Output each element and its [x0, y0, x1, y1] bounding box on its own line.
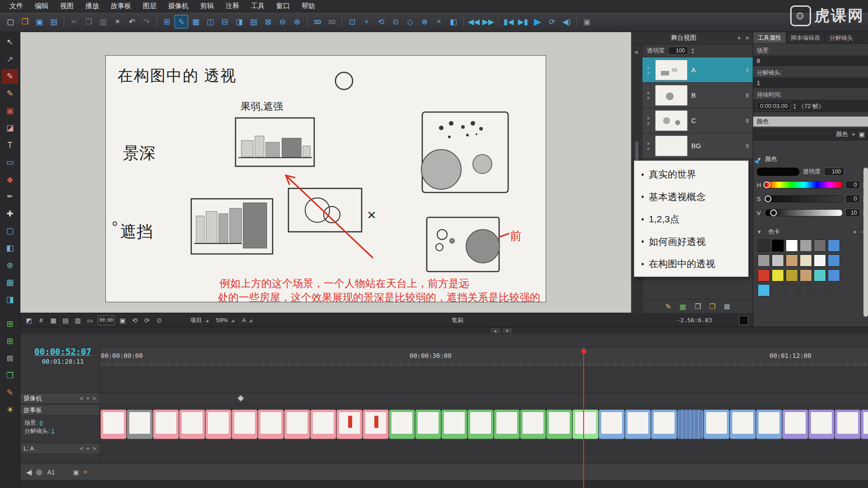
layer-toggle-icon[interactable]: »»	[645, 141, 651, 151]
storyboard-clip-29[interactable]	[835, 409, 861, 439]
storyboard-clip-7[interactable]	[258, 409, 284, 439]
layer-track[interactable]	[99, 443, 868, 455]
pen-tool-icon[interactable]: ✎	[175, 15, 188, 28]
storyboard-clip-10[interactable]	[336, 409, 363, 439]
resize-handle-icon[interactable]: ◢	[249, 318, 252, 323]
menu-item-annotation[interactable]: 注释	[220, 0, 245, 12]
color-pencil-icon[interactable]: ✎	[665, 302, 671, 311]
show-layer-icon[interactable]: »	[645, 116, 651, 121]
color-swatch-6[interactable]	[828, 239, 840, 252]
timecode-overlay-chip[interactable]: 00:00	[98, 315, 115, 325]
hsv-value-S[interactable]: 0	[845, 195, 860, 203]
brush-tool-icon[interactable]: ✎	[2, 69, 18, 84]
hand-tool-icon[interactable]: ✚	[2, 206, 18, 221]
add-view-icon[interactable]: +	[737, 34, 741, 42]
light-table-icon[interactable]: ☀	[2, 403, 18, 417]
stage-canvas[interactable]: 在构图中的 透视 果弱,遮强 景深 遮挡	[20, 32, 632, 313]
scene-value[interactable]: 8	[753, 56, 868, 66]
storyboard-clip-5[interactable]	[205, 409, 231, 439]
show-layer-icon[interactable]: »	[645, 90, 651, 95]
project-label[interactable]: 项目	[190, 316, 202, 324]
storyboard-clip-2[interactable]	[127, 409, 153, 439]
layer-row-BG[interactable]: »»BG∞	[642, 133, 753, 159]
link-icon[interactable]: ∞	[744, 93, 751, 98]
current-timecode[interactable]: 00:00:52:07	[27, 347, 99, 357]
slider-thumb[interactable]	[763, 182, 770, 188]
prev-panel-icon[interactable]: ▮◀	[502, 15, 515, 28]
loop-icon[interactable]: ⟳	[545, 15, 559, 28]
camera-mask-icon[interactable]: ◧	[447, 15, 460, 28]
color-swatch-20[interactable]	[772, 284, 784, 296]
hsv-slider-V[interactable]	[765, 209, 843, 216]
add-color-view-icon[interactable]: +	[852, 131, 855, 138]
color-swatch-12[interactable]	[828, 254, 840, 267]
camera-zoom-icon[interactable]: ⊙	[389, 15, 402, 28]
audio-track[interactable]: ◀) A1 ▣ ≈	[20, 464, 868, 481]
clear-camera-icon[interactable]: ×	[432, 15, 446, 28]
snapshot-icon[interactable]: ▣	[580, 15, 594, 28]
rotate-ccw-icon[interactable]: ⟲	[130, 316, 139, 325]
layer-row-C[interactable]: »»C∞	[642, 108, 753, 133]
reset-rotation-icon[interactable]: ⊙	[155, 316, 164, 325]
storyboard-clip-27[interactable]	[782, 409, 808, 439]
camera-path-icon[interactable]: ◇	[403, 15, 417, 28]
next-layer-icon[interactable]: >	[93, 446, 96, 452]
tab-script-editor[interactable]: 脚本编辑器	[786, 32, 825, 43]
snap-options-icon[interactable]: ◩	[24, 316, 33, 325]
dropper-tool-icon[interactable]: ✒	[2, 189, 18, 204]
menu-item-tools[interactable]: 工具	[245, 0, 270, 12]
speaker-icon[interactable]: ◀)	[26, 469, 31, 476]
menu-item-layer[interactable]: 图层	[137, 0, 162, 12]
dock-icon[interactable]: ▣	[859, 131, 865, 138]
panel-view-icon[interactable]: ◨	[232, 15, 246, 28]
stamp-tool-icon[interactable]: ▣	[2, 103, 18, 118]
playhead[interactable]	[583, 347, 584, 488]
view-label[interactable]: A	[242, 317, 246, 324]
storyboard-clip-11[interactable]	[363, 409, 389, 439]
storyboard-clip-16[interactable]	[494, 409, 520, 439]
pencil-tool-icon[interactable]: ✎	[2, 86, 18, 101]
volume-icon[interactable]: ◀)	[560, 15, 573, 28]
fast-forward-icon[interactable]: ▶▶	[481, 15, 495, 28]
color-group-row[interactable]: ▼ 颜色	[753, 152, 868, 166]
color-swatch-5[interactable]	[814, 239, 826, 252]
resize-handle-icon[interactable]: ◢	[231, 318, 234, 323]
color-swatch-19[interactable]	[758, 284, 770, 296]
delete-layer-icon[interactable]: ⊠	[724, 302, 730, 311]
playhead-handle[interactable]	[581, 349, 586, 354]
2d-view-icon[interactable]: 2D	[325, 15, 339, 28]
storyboard-clip-18[interactable]	[546, 409, 572, 439]
save-icon[interactable]: ▣	[33, 15, 46, 28]
color-swatch-17[interactable]	[814, 269, 826, 282]
camera-transform-icon[interactable]: ⊡	[345, 15, 359, 28]
color-swatch-4[interactable]	[800, 239, 812, 252]
layer-toggle-icon[interactable]: »»	[645, 116, 651, 126]
animate-layer-icon[interactable]: »	[645, 121, 651, 126]
layer-toggle-icon[interactable]: »»	[645, 65, 651, 75]
link-icon[interactable]: ∞	[744, 68, 751, 72]
rename-icon[interactable]: ✎	[2, 385, 18, 400]
delete-icon[interactable]: ×	[111, 15, 124, 28]
camera-rotate-icon[interactable]: ⟲	[374, 15, 388, 28]
camera-track-label[interactable]: 摄像机 < + >	[20, 393, 99, 404]
color-swatch-23[interactable]	[814, 284, 826, 296]
storyboard-clip-17[interactable]	[520, 409, 546, 439]
field-guide-icon[interactable]: ▭	[85, 316, 94, 325]
pivot-view-icon[interactable]: ⊠	[261, 15, 275, 28]
show-layer-icon[interactable]: »	[645, 65, 651, 70]
menu-item-edit[interactable]: 编辑	[29, 0, 54, 12]
shot-value[interactable]: 1	[753, 78, 868, 88]
copy-icon[interactable]: ❐	[82, 15, 95, 28]
next-panel-icon[interactable]: ▶▮	[516, 15, 530, 28]
panel-scrollbar[interactable]	[863, 168, 868, 317]
panel-collapse-arrow-icon[interactable]: ◀	[754, 158, 759, 164]
menu-item-view[interactable]: 视图	[54, 0, 80, 12]
slider-thumb[interactable]	[770, 210, 777, 216]
hsv-slider-S[interactable]	[765, 195, 843, 202]
next-keyframe-icon[interactable]: >	[93, 395, 96, 402]
camera-reset-icon[interactable]: ⊗	[418, 15, 431, 28]
layer-thumbnail[interactable]	[655, 110, 688, 131]
fill-tool-icon[interactable]: ◆	[2, 172, 18, 187]
collapse-panel-icon[interactable]: »	[635, 48, 638, 56]
storyboard-clip-19[interactable]	[572, 409, 599, 439]
